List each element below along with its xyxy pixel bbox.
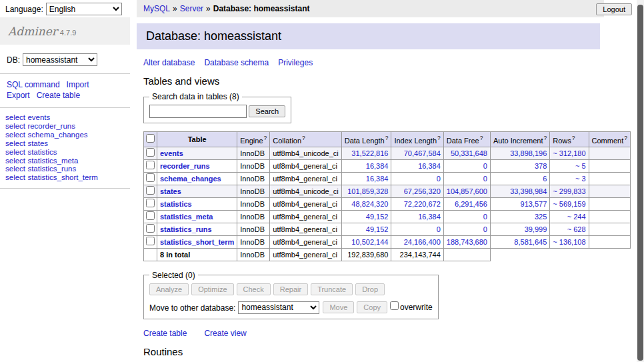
data-length-link[interactable]: 31,522,816 (351, 149, 388, 157)
logout-button[interactable]: Logout (596, 3, 632, 15)
data-length-link[interactable]: 10,502,144 (351, 238, 388, 246)
row-checkbox[interactable] (146, 199, 155, 207)
help-link[interactable]: ? (264, 135, 267, 141)
row-checkbox[interactable] (146, 148, 155, 157)
scrollbar[interactable] (637, 0, 644, 362)
data-length-link[interactable]: 16,384 (366, 162, 389, 170)
table-link[interactable]: events (160, 149, 183, 157)
move-button[interactable]: Move (323, 301, 354, 313)
search-button[interactable]: Search (249, 105, 285, 117)
table-link[interactable]: statistics_meta (27, 157, 78, 165)
table-link[interactable]: events (27, 113, 50, 121)
overwrite-checkbox[interactable] (390, 301, 399, 310)
table-link[interactable]: statistics_short_term (27, 173, 97, 181)
auto-increment-link[interactable]: 8,581,645 (514, 238, 547, 246)
select-all-checkbox[interactable] (146, 134, 155, 143)
data-length-link[interactable]: 49,152 (366, 225, 389, 233)
language-select[interactable]: English (46, 3, 122, 15)
data-length-link[interactable]: 16,384 (366, 175, 389, 183)
auto-increment-link[interactable]: 378 (535, 162, 547, 170)
rows-link[interactable]: ~ 3 (575, 175, 586, 183)
auto-increment-link[interactable]: 325 (535, 213, 547, 221)
sort-link[interactable]: Table (188, 135, 207, 143)
index-length-link[interactable]: 16,384 (418, 162, 441, 170)
auto-increment-link[interactable]: 6 (543, 175, 547, 183)
data-free-link[interactable]: 0 (483, 175, 487, 183)
help-link[interactable]: ? (624, 135, 627, 141)
search-input[interactable] (149, 105, 247, 118)
data-free-link[interactable]: 50,331,648 (451, 149, 487, 157)
rows-link[interactable]: ~ 244 (567, 213, 586, 221)
help-link[interactable]: ? (437, 135, 441, 141)
rows-link[interactable]: ~ 299,833 (553, 187, 585, 195)
copy-button[interactable]: Copy (357, 301, 387, 313)
rows-link[interactable]: ~ 136,108 (553, 238, 585, 246)
row-checkbox[interactable] (146, 211, 155, 220)
select-link[interactable]: select (5, 131, 25, 139)
help-link[interactable]: ? (480, 135, 483, 141)
select-link[interactable]: select (5, 173, 25, 181)
data-free-link[interactable]: 6,291,456 (455, 200, 487, 208)
auto-increment-link[interactable]: 39,999 (525, 225, 547, 233)
move-db-select[interactable]: homeassistant (238, 301, 319, 314)
data-free-link[interactable]: 0 (483, 162, 487, 170)
sidebar-item-import[interactable]: Import (67, 80, 89, 89)
auto-increment-link[interactable]: 913,577 (521, 200, 547, 208)
database-schema-link[interactable]: Database schema (204, 58, 269, 67)
rows-link[interactable]: ~ 312,180 (553, 149, 585, 157)
index-length-link[interactable]: 67,256,320 (404, 187, 441, 195)
table-link[interactable]: recorder_runs (27, 122, 75, 130)
row-checkbox[interactable] (146, 161, 155, 169)
index-length-link[interactable]: 24,166,400 (404, 238, 441, 246)
index-length-link[interactable]: 0 (437, 175, 441, 183)
select-link[interactable]: select (5, 113, 25, 121)
index-length-link[interactable]: 16,384 (418, 213, 441, 221)
index-length-link[interactable]: 0 (437, 225, 441, 233)
table-link[interactable]: statistics_runs (27, 165, 76, 173)
sidebar-item-export[interactable]: Export (7, 91, 30, 100)
index-length-link[interactable]: 72,220,672 (404, 200, 441, 208)
table-link[interactable]: statistics_meta (160, 213, 213, 221)
breadcrumb-link-mysql[interactable]: MySQL (143, 4, 170, 13)
auto-increment-link[interactable]: 33,398,984 (510, 187, 547, 195)
repair-button[interactable]: Repair (273, 283, 308, 295)
table-link[interactable]: schema_changes (160, 175, 221, 183)
index-length-link[interactable]: 70,467,584 (404, 149, 441, 157)
alter-database-link[interactable]: Alter database (143, 58, 195, 67)
rows-link[interactable]: ~ 628 (567, 225, 586, 233)
row-checkbox[interactable] (146, 224, 155, 233)
breadcrumb-link-server[interactable]: Server (180, 4, 203, 13)
help-link[interactable]: ? (572, 135, 575, 141)
table-link[interactable]: schema_changes (27, 131, 87, 139)
rows-link[interactable]: ~ 5 (575, 162, 586, 170)
auto-increment-link[interactable]: 33,898,196 (510, 149, 547, 157)
optimize-button[interactable]: Optimize (191, 283, 233, 295)
table-link[interactable]: statistics (160, 200, 192, 208)
data-free-link[interactable]: 0 (483, 213, 487, 221)
table-link[interactable]: statistics (27, 148, 57, 156)
sidebar-item-sql-command[interactable]: SQL command (7, 80, 60, 89)
data-length-link[interactable]: 101,859,328 (347, 187, 388, 195)
select-link[interactable]: select (5, 165, 25, 173)
table-link[interactable]: states (160, 187, 181, 195)
table-link[interactable]: statistics_short_term (160, 238, 234, 246)
truncate-button[interactable]: Truncate (311, 283, 353, 295)
select-link[interactable]: select (5, 139, 25, 147)
help-link[interactable]: ? (385, 135, 389, 141)
help-link[interactable]: ? (302, 135, 305, 141)
row-checkbox[interactable] (146, 173, 155, 182)
sidebar-item-create-table[interactable]: Create table (37, 91, 80, 100)
data-free-link[interactable]: 0 (483, 225, 487, 233)
table-link[interactable]: states (27, 139, 48, 147)
check-button[interactable]: Check (237, 283, 271, 295)
privileges-link[interactable]: Privileges (278, 58, 313, 67)
help-link[interactable]: ? (544, 135, 547, 141)
analyze-button[interactable]: Analyze (149, 283, 189, 295)
data-free-link[interactable]: 104,857,600 (447, 187, 487, 195)
db-select[interactable]: homeassistant (23, 53, 97, 66)
scrollbar-thumb[interactable] (637, 5, 643, 361)
data-length-link[interactable]: 48,824,320 (351, 200, 388, 208)
create-table-link[interactable]: Create table (143, 329, 187, 338)
select-link[interactable]: select (5, 122, 25, 130)
table-link[interactable]: statistics_runs (160, 225, 212, 233)
